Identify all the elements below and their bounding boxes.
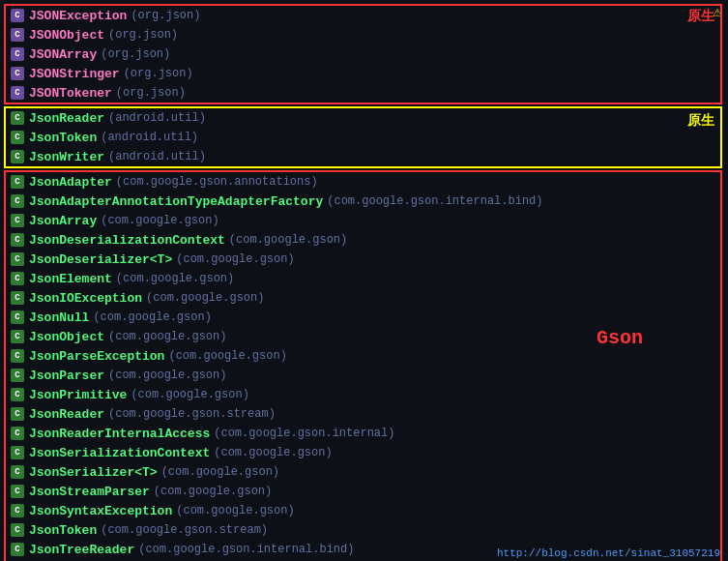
- list-item: C JSONTokener (org.json): [6, 83, 720, 103]
- class-name: JsonDeserializationContext: [29, 233, 225, 248]
- class-icon: C: [10, 503, 25, 518]
- class-icon: C: [10, 426, 25, 441]
- package-name: (com.google.gson): [176, 504, 294, 517]
- package-name: (com.google.gson.stream): [101, 523, 268, 537]
- class-name: JsonWriter: [29, 150, 104, 164]
- list-item: C JsonSerializationContext (com.google.g…: [6, 443, 720, 462]
- class-icon: C: [10, 85, 25, 101]
- package-name: (com.google.gson.internal.bind): [327, 194, 542, 208]
- class-icon: C: [10, 368, 25, 383]
- package-name: (com.google.gson.annotations): [116, 175, 318, 189]
- class-icon: C: [10, 310, 25, 325]
- class-icon: C: [10, 27, 25, 43]
- class-name: JSONArray: [29, 47, 97, 62]
- class-icon: C: [10, 464, 25, 480]
- class-name: JsonObject: [29, 330, 104, 344]
- class-name: JSONException: [29, 9, 127, 23]
- class-icon: C: [10, 174, 25, 190]
- package-name: (com.google.gson.internal.bind): [138, 543, 354, 556]
- class-icon: C: [10, 484, 25, 499]
- list-item: C JsonReader (com.google.gson.stream): [6, 404, 720, 424]
- list-item: C JsonReader (android.util): [6, 108, 720, 128]
- package-name: (android.util): [108, 111, 206, 125]
- list-item: C JsonIOException (com.google.gson): [6, 288, 720, 308]
- class-name: JsonDeserializer<T>: [29, 252, 172, 267]
- list-item: C JsonPrimitive (com.google.gson): [6, 385, 720, 404]
- class-icon: C: [10, 251, 25, 267]
- list-item: C JsonReaderInternalAccess (com.google.g…: [6, 424, 720, 443]
- class-name: JsonParser: [29, 369, 104, 383]
- section-android-util: 原生 C JsonReader (android.util) C JsonTok…: [4, 106, 722, 168]
- list-item: C JsonStreamParser (com.google.gson): [6, 482, 720, 501]
- list-item: C JsonSerializer<T> (com.google.gson): [6, 462, 720, 482]
- class-icon: C: [10, 149, 25, 164]
- class-name: JsonReaderInternalAccess: [29, 427, 210, 441]
- class-icon: C: [10, 329, 25, 344]
- package-name: (org.json): [124, 67, 193, 80]
- list-item: C JsonParser (com.google.gson): [6, 366, 720, 385]
- package-name: (com.google.gson): [176, 252, 294, 266]
- class-icon: C: [10, 232, 25, 248]
- class-name: JsonElement: [29, 272, 112, 286]
- class-icon: C: [10, 445, 25, 460]
- class-name: JsonSyntaxException: [29, 504, 172, 518]
- list-item: C JSONStringer (org.json): [6, 64, 720, 83]
- class-icon: C: [10, 130, 25, 145]
- package-name: (com.google.gson.internal): [214, 427, 394, 440]
- list-item: C JsonParseException (com.google.gson): [6, 346, 720, 366]
- list-item: C JsonToken (android.util): [6, 128, 720, 147]
- class-name: JsonStreamParser: [29, 485, 150, 499]
- list-item: C JSONArray (org.json): [6, 44, 720, 64]
- list-item: C JsonSyntaxException (com.google.gson): [6, 501, 720, 520]
- package-name: (org.json): [131, 9, 200, 22]
- class-icon: C: [10, 271, 25, 286]
- class-icon: C: [10, 522, 25, 538]
- class-icon: C: [10, 213, 25, 228]
- class-name: JsonToken: [29, 523, 97, 538]
- package-name: (com.google.gson): [131, 388, 248, 401]
- list-item: C JSONException (org.json): [6, 6, 720, 25]
- package-name: (com.google.gson): [229, 233, 347, 247]
- class-name: JsonToken: [29, 131, 97, 145]
- class-name: JsonNull: [29, 310, 89, 325]
- yuan-label-2: 原生: [687, 112, 714, 130]
- package-name: (com.google.gson): [146, 291, 264, 305]
- package-name: (com.google.gson): [214, 446, 332, 459]
- class-name: JsonAdapterAnnotationTypeAdapterFactory: [29, 194, 323, 209]
- class-name: JsonAdapter: [29, 175, 112, 190]
- package-name: (com.google.gson.stream): [108, 407, 276, 421]
- class-name: JSONStringer: [29, 67, 120, 81]
- class-icon: C: [10, 542, 25, 557]
- package-name: (android.util): [101, 131, 198, 144]
- package-name: (com.google.gson): [101, 214, 218, 227]
- class-icon: C: [10, 290, 25, 306]
- class-name: JsonPrimitive: [29, 388, 127, 402]
- package-name: (org.json): [108, 28, 178, 42]
- class-name: JSONObject: [29, 28, 104, 43]
- class-name: JsonReader: [29, 407, 104, 422]
- class-name: JSONTokener: [29, 86, 112, 101]
- list-item: C JsonWriter (android.util): [6, 147, 720, 166]
- footer-url: http://blog.csdn.net/sinat_31057219: [497, 547, 720, 559]
- section-gson: Gson C JsonAdapter (com.google.gson.anno…: [4, 170, 722, 561]
- package-name: (com.google.gson): [93, 310, 211, 324]
- package-name: (android.util): [108, 150, 206, 163]
- package-name: (com.google.gson): [154, 485, 272, 498]
- list-item: C JsonAdapter (com.google.gson.annotatio…: [6, 172, 720, 192]
- list-item: C JsonElement (com.google.gson): [6, 269, 720, 288]
- class-icon: C: [10, 66, 25, 81]
- list-item: C JsonDeserializationContext (com.google…: [6, 230, 720, 250]
- main-container: ⚠ 原生 C JSONException (org.json) C JSONOb…: [0, 0, 728, 561]
- package-name: (com.google.gson): [108, 330, 226, 343]
- class-name: JsonParseException: [29, 349, 164, 364]
- class-name: JsonReader: [29, 111, 104, 126]
- class-icon: C: [10, 110, 25, 126]
- package-name: (com.google.gson): [161, 465, 279, 479]
- class-icon: C: [10, 387, 25, 402]
- class-icon: C: [10, 46, 25, 62]
- package-name: (org.json): [101, 47, 170, 61]
- list-item: C JsonArray (com.google.gson): [6, 211, 720, 230]
- list-item: C JsonAdapterAnnotationTypeAdapterFactor…: [6, 192, 720, 211]
- package-name: (com.google.gson): [116, 272, 234, 285]
- package-name: (org.json): [116, 86, 186, 100]
